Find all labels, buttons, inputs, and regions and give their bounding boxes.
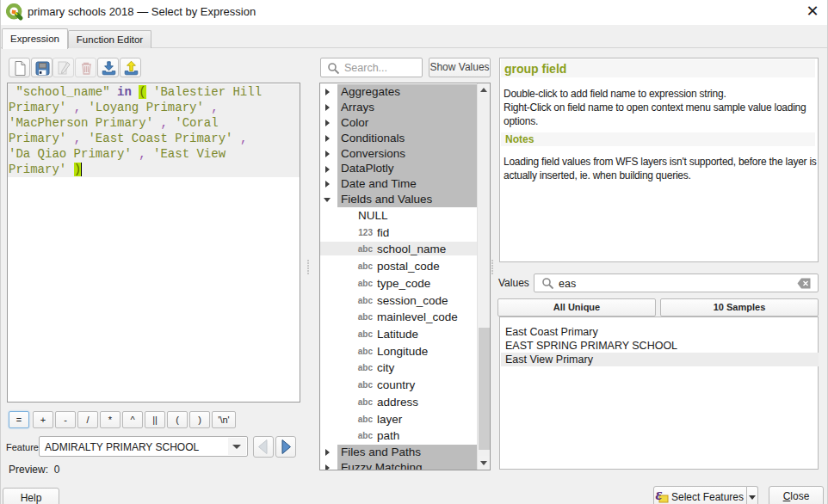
svg-text:ε: ε: [656, 486, 663, 503]
